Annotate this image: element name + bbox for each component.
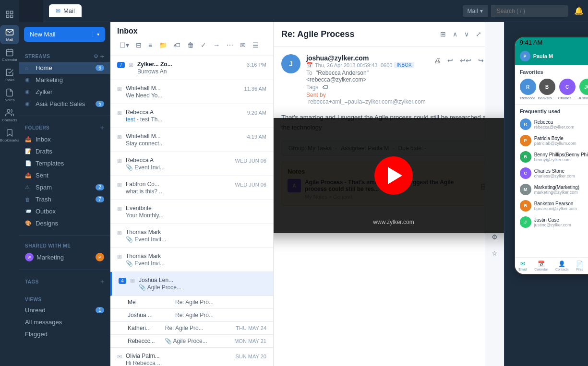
- sidebar-item-all-messages[interactable]: All messages: [19, 316, 110, 328]
- star-btn[interactable]: ☆: [489, 247, 500, 260]
- fav-rebecca[interactable]: R Rebecca: [520, 79, 536, 100]
- sidebar-item-sent[interactable]: 📤 Sent: [19, 169, 110, 181]
- prev-mail-btn[interactable]: ∧: [450, 28, 460, 40]
- sidebar-item-home[interactable]: ⌂ Home 6: [19, 62, 110, 74]
- contact-justin[interactable]: J Justin Case justinc@zylker.com ★: [515, 214, 588, 230]
- contact-rebecca[interactable]: R Rebecca rebecca@zylker.com ★: [515, 116, 588, 132]
- contact-benny[interactable]: B Benny Phillips(Benny Phillips) benny@z…: [515, 149, 588, 165]
- mail-item-7[interactable]: ✉ Eventbrite Your Monthly...: [110, 200, 273, 224]
- svg-rect-3: [11, 15, 13, 18]
- thread-item-1[interactable]: Me Re: Agile Pro...: [110, 296, 273, 309]
- popout-btn[interactable]: ⤢: [473, 28, 484, 40]
- nav-notes[interactable]: Notes: [0, 85, 19, 105]
- sidebar-item-unread[interactable]: Unread 1: [19, 304, 110, 316]
- tags-add-btn[interactable]: +: [100, 278, 104, 285]
- contact-info-charles: Charles Stone charless@zylker.com: [534, 168, 588, 178]
- mobile-nav-calendar[interactable]: 📅 Calendar: [534, 260, 548, 271]
- mail-item-11[interactable]: ✉ Olivia Palm... Hi Rebecca ... SUN MAY …: [110, 348, 273, 366]
- mail-item-1[interactable]: 7 ✉ Zylker... Zo... Burrows An 3:16 PM: [110, 56, 273, 80]
- mail-subject-10: 📎 Agile Proce...: [139, 284, 266, 291]
- select-all-btn[interactable]: ☐▾: [117, 39, 132, 51]
- mobile-nav-email[interactable]: ✉ Email: [518, 260, 527, 271]
- layout-btn[interactable]: ☰: [250, 39, 261, 51]
- sidebar-item-templates[interactable]: 📄 Templates: [19, 157, 110, 169]
- mail-subject-9: 📎 Event Invi...: [126, 260, 266, 267]
- delete-btn[interactable]: 🗑: [185, 39, 196, 51]
- move-btn[interactable]: →: [211, 39, 222, 51]
- new-mail-button[interactable]: New Mail ▾: [24, 27, 105, 42]
- contact-bankston[interactable]: B Bankston Pearson bpearson@zylker.com ★: [515, 198, 588, 214]
- compose-btn[interactable]: ✉: [238, 39, 248, 51]
- mail-item-content-2: Whitehall M... We Need Yo...: [126, 85, 240, 99]
- notification-bell[interactable]: 🔔: [572, 4, 586, 17]
- streams-add-btn[interactable]: +: [100, 52, 104, 60]
- print-btn[interactable]: 🖨: [432, 54, 443, 67]
- mark-btn[interactable]: ✓: [198, 39, 209, 51]
- mail-item-6[interactable]: ✉ Fabtron Co... what is this? ... WED JU…: [110, 176, 273, 200]
- mobile-nav-contacts[interactable]: 👤 Contacts: [555, 260, 569, 271]
- mail-envelope-icon-2: ✉: [117, 86, 122, 93]
- inbox-label-badge: INBOX: [394, 62, 414, 68]
- mail-item-3[interactable]: ✉ Rebecca A test - test Th... 9:20 AM: [110, 104, 273, 128]
- reply-all-header-btn[interactable]: ↩↩: [457, 54, 474, 67]
- thread-item-3[interactable]: Katheri... Re: Agile Pro... THU MAY 24: [110, 322, 273, 335]
- fav-label-justin: Justin Case: [578, 96, 588, 100]
- mail-item-content-9: Thomas Mark 📎 Event Invi...: [126, 253, 266, 267]
- contact-charles[interactable]: C Charles Stone charless@zylker.com ★: [515, 165, 588, 181]
- contact-info-patricia: Patricia Boyle patriciab@zyllum.com: [534, 136, 588, 146]
- sidebar-item-drafts[interactable]: 📝 Drafts: [19, 145, 110, 157]
- sidebar-item-flagged[interactable]: Flagged: [19, 328, 110, 340]
- streams-settings-btn[interactable]: ⚙: [94, 52, 98, 60]
- contact-marketing[interactable]: M Marketing(Marketing) marketing@zylker.…: [515, 181, 588, 198]
- mobile-nav-files[interactable]: 📄 Files: [576, 260, 583, 271]
- reply-header-btn[interactable]: ↩: [445, 54, 456, 67]
- contact-name-marketing: Marketing(Marketing): [534, 185, 588, 190]
- thread-item-4[interactable]: Rebeccc... 📎 Agile Proce... MON MAY 21: [110, 335, 273, 348]
- mail-tab[interactable]: ✉ Mail: [49, 4, 82, 17]
- sidebar-item-trash[interactable]: 🗑 Trash 7: [19, 193, 110, 205]
- nav-mail[interactable]: Mail: [0, 25, 19, 44]
- mail-item-5[interactable]: ✉ Rebecca A 📎 Event Invi... WED JUN 06: [110, 152, 273, 176]
- sidebar-item-marketing[interactable]: ◉ Marketing: [19, 74, 110, 86]
- search-input[interactable]: [492, 5, 568, 17]
- video-overlay[interactable]: www.zylker.com: [274, 118, 504, 233]
- mail-subject-8: 📎 Event Invit...: [126, 236, 266, 243]
- nav-bookmarks[interactable]: Bookmarks: [0, 126, 19, 145]
- fav-justin[interactable]: JC Justin Case: [578, 79, 588, 100]
- folders-add-btn[interactable]: +: [100, 124, 104, 131]
- home-icon: ⌂: [25, 65, 33, 71]
- new-mail-arrow[interactable]: ▾: [93, 32, 99, 37]
- sidebar-shared-marketing[interactable]: w Marketing P: [19, 250, 110, 264]
- expand-view-btn[interactable]: ⊞: [438, 28, 448, 40]
- nav-grid[interactable]: [0, 5, 19, 24]
- sidebar-item-inbox[interactable]: 📥 Inbox: [19, 133, 110, 145]
- sidebar-item-outbox[interactable]: 📨 Outbox: [19, 205, 110, 217]
- fav-bankston[interactable]: B Bankston...: [538, 79, 556, 100]
- nav-calendar[interactable]: Calendar: [0, 45, 19, 64]
- mail-item-9[interactable]: ✉ Thomas Mark 📎 Event Invi...: [110, 248, 273, 272]
- more-btn[interactable]: ⋯: [224, 39, 236, 51]
- fav-charles[interactable]: C Charles S...: [558, 79, 576, 100]
- tags-title: TAGS +: [19, 276, 110, 287]
- filter-btn[interactable]: ⊟: [133, 39, 144, 51]
- next-mail-btn[interactable]: ∨: [462, 28, 471, 40]
- sidebar-item-designs[interactable]: 🎨 Designs: [19, 217, 110, 229]
- frequently-used-section: Frequently used R Rebecca rebecca@zylker…: [515, 104, 588, 230]
- contact-patricia[interactable]: P Patricia Boyle patriciab@zyllum.com ☆: [515, 132, 588, 149]
- nav-tasks[interactable]: Tasks: [0, 65, 19, 84]
- mail-item-10[interactable]: 4 ✉ Joshua Len... 📎 Agile Proce...: [110, 272, 273, 296]
- fav-avatar-rebecca: R: [520, 79, 536, 95]
- sidebar-item-spam[interactable]: ⚠ Spam 2: [19, 181, 110, 193]
- folder-btn[interactable]: 📁: [156, 39, 169, 51]
- mail-item-8[interactable]: ✉ Thomas Mark 📎 Event Invit...: [110, 224, 273, 248]
- group-btn[interactable]: ≡: [146, 39, 155, 51]
- sidebar-item-zylker[interactable]: ◉ Zylker: [19, 86, 110, 98]
- tag-btn[interactable]: 🏷: [171, 39, 183, 51]
- video-play-button[interactable]: [374, 156, 413, 195]
- mail-item-2[interactable]: ✉ Whitehall M... We Need Yo... 11:36 AM: [110, 80, 273, 104]
- nav-contacts[interactable]: Contacts: [0, 106, 19, 125]
- mail-item-4[interactable]: ✉ Whitehall M... Stay connect... 4:19 AM: [110, 128, 273, 152]
- sidebar-item-asia-pacific[interactable]: ◉ Asia Pacific Sales 5: [19, 98, 110, 110]
- thread-item-2[interactable]: Joshua ... Re: Agile Pro...: [110, 309, 273, 322]
- search-scope-selector[interactable]: Mail ▾: [463, 5, 488, 17]
